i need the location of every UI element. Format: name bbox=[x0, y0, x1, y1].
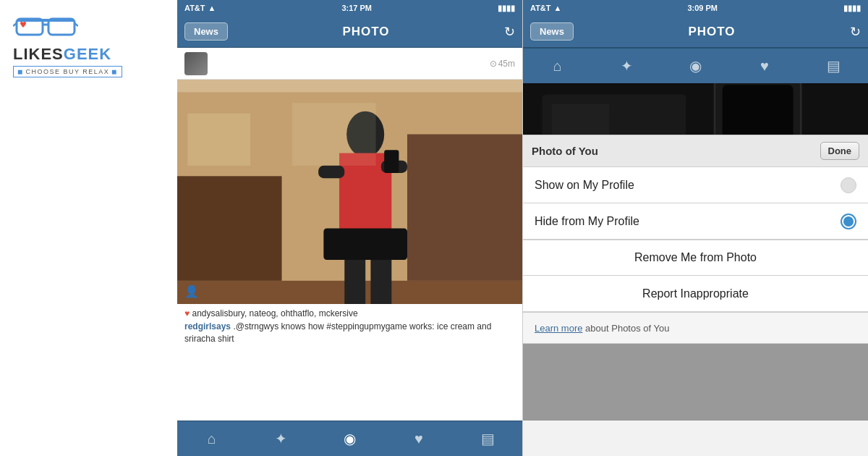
popup-option-hide-label: Hide from My Profile bbox=[535, 215, 639, 228]
left-tab-explore[interactable]: ✦ bbox=[246, 421, 315, 456]
left-wifi-icon: ▲ bbox=[208, 4, 216, 12]
svg-rect-11 bbox=[407, 135, 522, 281]
popup-option-show[interactable]: Show on My Profile bbox=[523, 167, 868, 203]
left-post-meta: ♥ andysalisbury, nateog, ohthatflo, mcke… bbox=[177, 304, 522, 350]
popup-header: Photo of You Done bbox=[523, 135, 868, 167]
left-post-likes: ♥ andysalisbury, nateog, ohthatflo, mcke… bbox=[184, 308, 515, 318]
left-tab-profile[interactable]: ▤ bbox=[454, 421, 522, 456]
glasses-icon bbox=[13, 13, 78, 42]
right-nav-bar: News PHOTO ↻ bbox=[523, 16, 868, 48]
left-tab-bar: ⌂ ✦ ◉ ♥ ▤ bbox=[177, 421, 522, 456]
popup-action-remove-label: Remove Me from Photo bbox=[634, 251, 757, 264]
left-time: 3:17 PM bbox=[341, 4, 372, 12]
popup-action-report[interactable]: Report Inappropriate bbox=[523, 276, 868, 312]
left-battery-icon: ▮▮▮▮ bbox=[498, 4, 515, 13]
left-status-bar: AT&T ▲ 3:17 PM ▮▮▮▮ bbox=[177, 0, 522, 16]
svg-rect-21 bbox=[292, 103, 376, 166]
popup-footer-text: Learn more about Photos of You bbox=[535, 323, 669, 334]
popup-radio-show[interactable] bbox=[841, 177, 856, 193]
popup-option-hide[interactable]: Hide from My Profile bbox=[523, 203, 868, 240]
left-feed-area: ⊙ 45m bbox=[177, 48, 522, 421]
left-post-caption: redgirlsays .@strngwys knows how #steppi… bbox=[184, 321, 515, 345]
popup-footer: Learn more about Photos of You bbox=[523, 312, 868, 343]
right-tab-bar: ⌂ ✦ ◉ ♥ ▤ bbox=[523, 48, 868, 83]
left-refresh-icon[interactable]: ↻ bbox=[504, 24, 515, 40]
logo-geek-text: GEEK bbox=[64, 45, 111, 64]
clock-icon: ⊙ bbox=[490, 59, 497, 69]
left-nav-bar: News PHOTO ↻ bbox=[177, 16, 522, 48]
right-time: 3:09 PM bbox=[687, 4, 718, 12]
phones-area: AT&T ▲ 3:17 PM ▮▮▮▮ News PHOTO ↻ ⊙ bbox=[177, 0, 868, 456]
popup-action-report-label: Report Inappropriate bbox=[642, 287, 749, 300]
svg-rect-16 bbox=[384, 150, 399, 173]
svg-rect-7 bbox=[177, 80, 522, 93]
right-tab-home[interactable]: ⌂ bbox=[523, 48, 592, 83]
right-tab-likes[interactable]: ♥ bbox=[730, 48, 799, 83]
logo-icon bbox=[13, 13, 78, 42]
popup-done-button[interactable]: Done bbox=[820, 142, 860, 160]
left-caption-username: redgirlsays bbox=[184, 321, 231, 332]
right-tab-profile[interactable]: ▤ bbox=[799, 48, 868, 83]
popup-footer-suffix: about Photos of You bbox=[582, 323, 669, 334]
left-phone-panel: AT&T ▲ 3:17 PM ▮▮▮▮ News PHOTO ↻ ⊙ bbox=[177, 0, 522, 456]
svg-rect-15 bbox=[318, 166, 344, 178]
svg-rect-20 bbox=[187, 114, 250, 166]
right-tab-camera[interactable]: ◉ bbox=[661, 48, 730, 83]
photo-of-you-popup: Photo of You Done Show on My Profile Hid… bbox=[523, 135, 868, 344]
left-post-avatar bbox=[184, 52, 208, 75]
right-carrier: AT&T bbox=[530, 4, 551, 12]
post-image-scene bbox=[177, 80, 522, 304]
right-news-button[interactable]: News bbox=[530, 22, 574, 41]
svg-rect-19 bbox=[323, 229, 407, 260]
left-tab-likes[interactable]: ♥ bbox=[384, 421, 453, 456]
logo-tagline: ◼ CHOOSE BUY RELAX ◼ bbox=[13, 66, 122, 77]
popup-learn-more-link[interactable]: Learn more bbox=[535, 323, 582, 334]
left-post-time: ⊙ 45m bbox=[490, 59, 515, 69]
left-tab-camera[interactable]: ◉ bbox=[315, 421, 384, 456]
branding-panel: LIKESGEEK ◼ CHOOSE BUY RELAX ◼ bbox=[0, 0, 177, 456]
popup-action-remove[interactable]: Remove Me from Photo bbox=[523, 240, 868, 276]
popup-option-show-label: Show on My Profile bbox=[535, 179, 634, 192]
right-status-left: AT&T ▲ bbox=[530, 4, 561, 12]
left-carrier: AT&T bbox=[184, 4, 205, 12]
left-post-header: ⊙ 45m bbox=[177, 48, 522, 80]
logo-likes-text: LIKES bbox=[13, 45, 64, 64]
left-tab-home[interactable]: ⌂ bbox=[177, 421, 246, 456]
right-nav-title: PHOTO bbox=[688, 25, 735, 39]
left-status-left: AT&T ▲ bbox=[184, 4, 216, 12]
svg-rect-10 bbox=[177, 176, 282, 281]
logo: LIKESGEEK ◼ CHOOSE BUY RELAX ◼ bbox=[13, 13, 122, 77]
svg-rect-17 bbox=[344, 258, 365, 304]
right-status-bar: AT&T ▲ 3:09 PM ▮▮▮▮ bbox=[523, 0, 868, 16]
left-post-image: 👤 bbox=[177, 80, 522, 304]
right-refresh-icon[interactable]: ↻ bbox=[850, 24, 861, 40]
popup-overlay: Photo of You Done Show on My Profile Hid… bbox=[523, 48, 868, 421]
popup-title: Photo of You bbox=[532, 145, 598, 157]
right-status-right: ▮▮▮▮ bbox=[843, 4, 861, 13]
left-news-button[interactable]: News bbox=[184, 22, 228, 41]
left-status-right: ▮▮▮▮ bbox=[498, 4, 515, 13]
right-phone-panel: AT&T ▲ 3:09 PM ▮▮▮▮ News PHOTO ↻ redgirl… bbox=[522, 0, 868, 456]
person-icon: 👤 bbox=[184, 284, 199, 298]
right-battery-icon: ▮▮▮▮ bbox=[843, 4, 861, 13]
right-tab-explore[interactable]: ✦ bbox=[592, 48, 660, 83]
svg-rect-18 bbox=[370, 258, 391, 304]
radio-inner-dot bbox=[843, 216, 854, 227]
popup-radio-hide[interactable] bbox=[841, 214, 856, 229]
left-nav-title: PHOTO bbox=[342, 25, 389, 39]
right-wifi-icon: ▲ bbox=[554, 4, 562, 12]
